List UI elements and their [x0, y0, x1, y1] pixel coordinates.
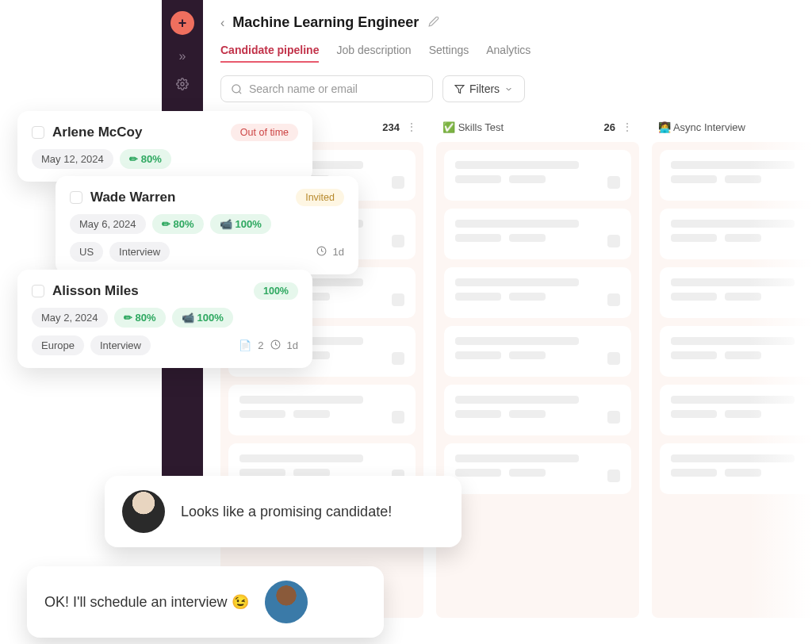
column-header: ✅ Skills Test 26 ⋮	[436, 118, 639, 142]
date-pill: May 2, 2024	[32, 308, 108, 328]
score-pill: ✏ 80%	[114, 308, 166, 328]
svg-line-2	[239, 91, 241, 94]
checkbox[interactable]	[70, 191, 82, 204]
tag-pill: US	[70, 242, 103, 262]
placeholder-card	[660, 209, 812, 259]
comment-text: Looks like a promising candidate!	[181, 504, 392, 520]
score-pill: 📹 100%	[210, 214, 271, 234]
add-button[interactable]: +	[170, 11, 194, 35]
svg-point-1	[232, 84, 240, 92]
score-pill: 📹 100%	[172, 308, 233, 328]
chevron-down-icon	[504, 85, 513, 94]
page-title: Machine Learning Engineer	[232, 14, 419, 31]
candidate-card[interactable]: Wade Warren Invited May 6, 2024 ✏ 80% 📹 …	[56, 176, 358, 274]
placeholder-card	[228, 385, 416, 435]
placeholder-card	[660, 267, 812, 318]
status-badge: 100%	[254, 282, 298, 300]
column-count: 26	[604, 121, 615, 133]
placeholder-card	[444, 267, 631, 318]
comment-text: OK! I'll schedule an interview 😉	[44, 593, 249, 611]
clock-icon	[316, 246, 327, 259]
placeholder-card	[660, 150, 812, 201]
candidate-name: Wade Warren	[90, 190, 288, 205]
comment-bubble: Looks like a promising candidate!	[105, 476, 462, 547]
placeholder-card	[444, 150, 631, 201]
candidate-name: Arlene McCoy	[52, 125, 223, 140]
date-pill: May 6, 2024	[70, 214, 146, 234]
column-async-interview: 👩‍💻 Async Interview	[652, 118, 812, 618]
placeholder-card	[660, 443, 812, 494]
column-menu-icon[interactable]: ⋮	[622, 121, 633, 133]
time-label: 1d	[287, 339, 298, 351]
tab-pipeline[interactable]: Candidate pipeline	[220, 44, 319, 63]
filters-button[interactable]: Filters	[442, 75, 525, 102]
candidate-card[interactable]: Alisson Miles 100% May 2, 2024 ✏ 80% 📹 1…	[17, 270, 312, 368]
score-pill: ✏ 80%	[120, 149, 171, 169]
filters-label: Filters	[469, 82, 500, 95]
status-badge: Invited	[296, 189, 344, 206]
search-input[interactable]: Search name or email	[220, 75, 433, 102]
filter-icon	[454, 84, 465, 94]
notes-icon: 📄	[239, 339, 251, 351]
gear-icon[interactable]	[176, 78, 189, 94]
controls: Search name or email Filters	[220, 75, 812, 102]
tag-pill: Interview	[90, 335, 151, 355]
tag-pill: Interview	[109, 242, 170, 262]
svg-point-0	[181, 82, 184, 86]
expand-icon[interactable]: »	[179, 49, 186, 63]
tab-analytics[interactable]: Analytics	[486, 44, 530, 63]
score-pill: ✏ 80%	[152, 214, 204, 234]
breadcrumb: ‹ Machine Learning Engineer	[220, 14, 812, 31]
column-icon: 👩‍💻 Async Interview	[658, 121, 745, 133]
comment-bubble: OK! I'll schedule an interview 😉	[27, 566, 384, 638]
tab-settings[interactable]: Settings	[429, 44, 469, 63]
back-icon[interactable]: ‹	[220, 16, 224, 30]
checkbox[interactable]	[32, 285, 44, 297]
status-badge: Out of time	[231, 124, 298, 141]
candidate-name: Alisson Miles	[52, 283, 246, 299]
column-menu-icon[interactable]: ⋮	[406, 121, 417, 133]
clock-icon	[270, 339, 281, 352]
placeholder-card	[660, 385, 812, 435]
placeholder-card	[660, 326, 812, 377]
candidate-card[interactable]: Arlene McCoy Out of time May 12, 2024 ✏ …	[17, 111, 312, 182]
column-header: 👩‍💻 Async Interview	[652, 118, 812, 142]
tag-pill: Europe	[32, 335, 84, 355]
column-body	[652, 142, 812, 618]
placeholder-card	[444, 443, 631, 494]
edit-icon[interactable]	[428, 16, 439, 29]
placeholder-card	[444, 326, 631, 377]
date-pill: May 12, 2024	[32, 149, 113, 169]
column-icon: ✅ Skills Test	[442, 121, 504, 133]
svg-marker-3	[455, 85, 464, 93]
checkbox[interactable]	[32, 126, 44, 139]
search-icon	[231, 83, 243, 95]
avatar	[122, 490, 165, 533]
column-count: 234	[382, 121, 400, 133]
placeholder-card	[444, 209, 631, 259]
notes-count: 2	[258, 339, 263, 351]
column-body	[436, 142, 639, 618]
avatar	[265, 581, 308, 623]
tab-job-description[interactable]: Job description	[336, 44, 411, 63]
column-skills-test: ✅ Skills Test 26 ⋮	[436, 118, 639, 618]
tabs: Candidate pipeline Job description Setti…	[220, 44, 812, 63]
placeholder-card	[444, 385, 631, 435]
search-placeholder: Search name or email	[249, 82, 358, 95]
time-label: 1d	[333, 246, 344, 258]
